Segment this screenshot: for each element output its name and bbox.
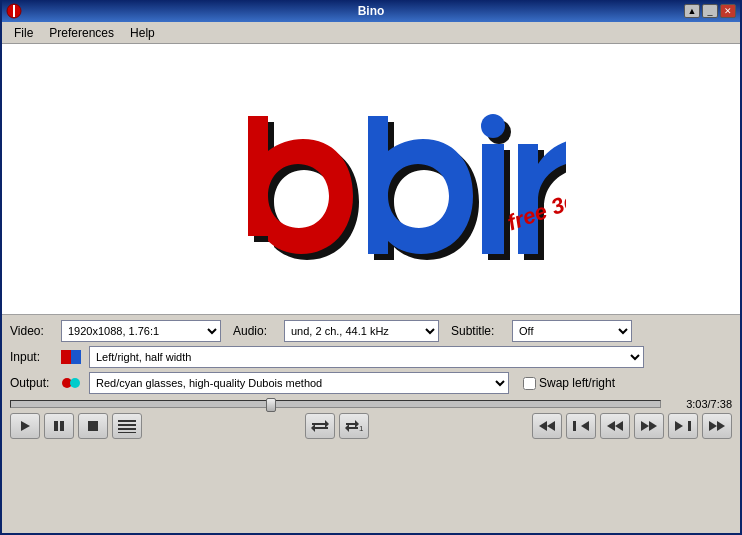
- loop-all-button[interactable]: [305, 413, 335, 439]
- forward-fast-button[interactable]: [702, 413, 732, 439]
- swap-label: Swap left/right: [523, 376, 615, 390]
- playlist-button[interactable]: [112, 413, 142, 439]
- svg-rect-16: [118, 420, 136, 422]
- svg-marker-37: [675, 421, 683, 431]
- svg-marker-27: [345, 424, 349, 432]
- titlebar-left: [6, 3, 22, 19]
- app-icon: [6, 3, 22, 19]
- svg-rect-13: [54, 421, 58, 431]
- menubar: File Preferences Help: [2, 22, 740, 44]
- subtitle-select[interactable]: Off: [512, 320, 632, 342]
- video-label: Video:: [10, 324, 55, 338]
- svg-marker-39: [709, 421, 717, 431]
- svg-marker-40: [717, 421, 725, 431]
- menu-preferences[interactable]: Preferences: [41, 24, 122, 42]
- output-icon: [61, 376, 81, 390]
- svg-marker-12: [21, 421, 30, 431]
- close-button[interactable]: ✕: [720, 4, 736, 18]
- output-label: Output:: [10, 376, 55, 390]
- input-row: Input: Left/right, half width: [10, 346, 732, 368]
- output-row: Output: Red/cyan glasses, high-quality D…: [10, 372, 732, 394]
- audio-select[interactable]: und, 2 ch., 44.1 kHz: [284, 320, 439, 342]
- menu-help[interactable]: Help: [122, 24, 163, 42]
- progress-bar[interactable]: [10, 400, 661, 408]
- time-display: 3:03/7:38: [667, 398, 732, 410]
- svg-rect-8: [61, 350, 71, 364]
- svg-marker-35: [641, 421, 649, 431]
- titlebar-controls: ▲ _ ✕: [684, 4, 736, 18]
- svg-marker-33: [615, 421, 623, 431]
- stop-button[interactable]: [78, 413, 108, 439]
- svg-marker-36: [649, 421, 657, 431]
- input-label: Input:: [10, 350, 55, 364]
- svg-point-11: [70, 378, 80, 388]
- info-row: Video: 1920x1088, 1.76:1 Audio: und, 2 c…: [10, 320, 732, 342]
- video-area: free 3d video player: [2, 44, 740, 314]
- svg-rect-19: [118, 432, 136, 433]
- svg-rect-15: [88, 421, 98, 431]
- svg-rect-9: [71, 350, 81, 364]
- audio-label: Audio:: [233, 324, 278, 338]
- window-title: Bino: [0, 4, 742, 18]
- minimize-button[interactable]: ▲: [684, 4, 700, 18]
- titlebar: Bino ▲ _ ✕: [2, 0, 740, 22]
- subtitle-label: Subtitle:: [451, 324, 506, 338]
- pause-button[interactable]: [44, 413, 74, 439]
- svg-rect-38: [688, 421, 691, 431]
- svg-point-5: [481, 114, 505, 138]
- progress-thumb[interactable]: [266, 398, 276, 412]
- seek-controls: [532, 413, 732, 439]
- svg-marker-23: [311, 424, 315, 432]
- svg-marker-29: [547, 421, 555, 431]
- progress-row: 3:03/7:38: [10, 398, 732, 410]
- svg-marker-22: [325, 420, 329, 428]
- input-flag-icon: [61, 350, 81, 364]
- swap-checkbox[interactable]: [523, 377, 536, 390]
- svg-rect-14: [60, 421, 64, 431]
- play-button[interactable]: [10, 413, 40, 439]
- transport-row: 1: [10, 413, 732, 439]
- svg-rect-6: [482, 144, 504, 254]
- app-window: Bino ▲ _ ✕ File Preferences Help: [0, 0, 742, 535]
- rewind-button[interactable]: [566, 413, 596, 439]
- svg-marker-34: [607, 421, 615, 431]
- restore-button[interactable]: _: [702, 4, 718, 18]
- svg-marker-30: [539, 421, 547, 431]
- rewind-fast-button[interactable]: [532, 413, 562, 439]
- loop-one-button[interactable]: 1: [339, 413, 369, 439]
- menu-file[interactable]: File: [6, 24, 41, 42]
- playback-controls: [10, 413, 142, 439]
- forward-button[interactable]: [668, 413, 698, 439]
- svg-text:1: 1: [359, 424, 363, 433]
- progress-fill: [11, 401, 271, 407]
- controls-area: Video: 1920x1088, 1.76:1 Audio: und, 2 c…: [2, 314, 740, 444]
- next-frame-button[interactable]: [634, 413, 664, 439]
- video-select[interactable]: 1920x1088, 1.76:1: [61, 320, 221, 342]
- output-select[interactable]: Red/cyan glasses, high-quality Dubois me…: [89, 372, 509, 394]
- svg-rect-18: [118, 428, 136, 430]
- input-select[interactable]: Left/right, half width: [89, 346, 644, 368]
- svg-marker-31: [581, 421, 589, 431]
- prev-frame-button[interactable]: [600, 413, 630, 439]
- svg-rect-17: [118, 424, 136, 426]
- bino-logo: free 3d video player: [176, 59, 566, 299]
- svg-rect-32: [573, 421, 576, 431]
